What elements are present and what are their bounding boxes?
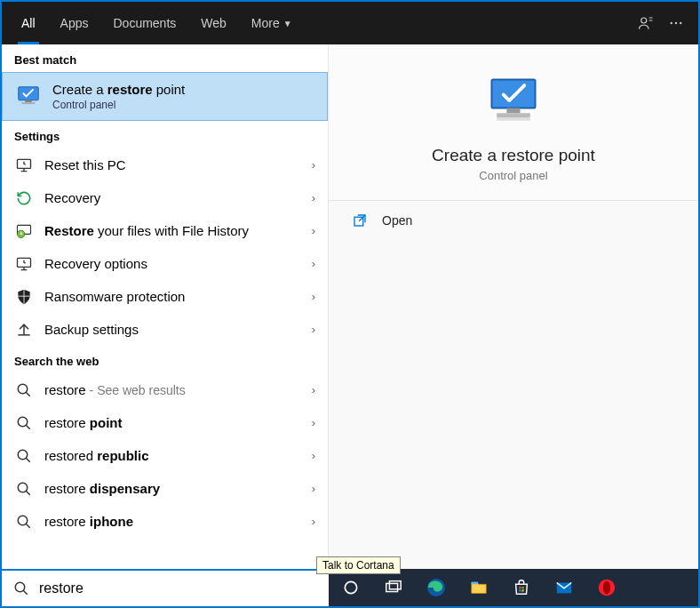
search-icon <box>14 413 34 433</box>
search-icon <box>14 512 34 532</box>
best-match-subtitle: Control panel <box>52 99 185 111</box>
search-input[interactable] <box>39 580 318 596</box>
chevron-right-icon: › <box>312 323 315 336</box>
chevron-right-icon: › <box>312 449 315 462</box>
chevron-right-icon: › <box>312 416 315 429</box>
taskbar-cortana-icon[interactable] <box>330 570 371 605</box>
svg-rect-18 <box>497 113 530 117</box>
svg-rect-17 <box>506 108 520 114</box>
svg-rect-26 <box>472 582 478 585</box>
cortana-tooltip: Talk to Cortana <box>316 556 401 574</box>
taskbar-file-explorer-icon[interactable] <box>458 570 499 605</box>
tab-web[interactable]: Web <box>188 2 239 44</box>
tab-apps[interactable]: Apps <box>48 2 101 44</box>
web-row[interactable]: restore dispensary › <box>2 472 328 505</box>
taskbar-mail-icon[interactable] <box>544 570 585 605</box>
search-icon <box>12 580 30 597</box>
taskbar-edge-icon[interactable] <box>416 570 457 605</box>
svg-point-12 <box>18 417 28 427</box>
settings-row-recovery-options[interactable]: Recovery options › <box>2 247 328 280</box>
svg-point-3 <box>680 22 681 24</box>
action-open-label: Open <box>382 213 412 228</box>
section-search-web: Search the web <box>2 346 328 373</box>
settings-row-file-history[interactable]: Restore your files with File History › <box>2 214 328 247</box>
ellipsis-icon[interactable] <box>661 8 691 38</box>
shield-icon <box>14 287 34 307</box>
svg-rect-30 <box>521 589 523 591</box>
tab-apps-label: Apps <box>60 16 89 30</box>
chevron-right-icon: › <box>312 515 315 528</box>
settings-row-backup[interactable]: Backup settings › <box>2 313 328 346</box>
chevron-right-icon: › <box>312 257 315 270</box>
web-row-label: restore dispensary <box>44 481 312 496</box>
svg-point-22 <box>345 581 356 593</box>
action-open[interactable]: Open <box>329 201 698 240</box>
svg-rect-29 <box>519 589 521 591</box>
web-row[interactable]: restored republic › <box>2 439 328 472</box>
svg-rect-16 <box>491 79 535 108</box>
chevron-right-icon: › <box>312 383 315 396</box>
web-row[interactable]: restore point › <box>2 406 328 439</box>
tab-web-label: Web <box>201 16 227 30</box>
svg-point-13 <box>18 450 28 460</box>
chevron-right-icon: › <box>312 224 315 237</box>
search-icon <box>14 479 34 499</box>
svg-rect-23 <box>386 583 398 591</box>
preview-title: Create a restore point <box>432 146 595 165</box>
best-match-result[interactable]: Create a restore point Control panel <box>2 72 328 121</box>
section-best-match: Best match <box>2 44 328 72</box>
tab-documents[interactable]: Documents <box>100 2 188 44</box>
tab-all[interactable]: All <box>9 2 48 44</box>
settings-row-label: Backup settings <box>44 322 312 337</box>
svg-point-21 <box>15 582 25 592</box>
web-row-label: restore point <box>44 415 312 430</box>
preview-subtitle: Control panel <box>479 169 547 182</box>
svg-rect-27 <box>519 587 521 588</box>
settings-row-reset-pc[interactable]: Reset this PC › <box>2 148 328 181</box>
open-icon <box>350 211 370 230</box>
preview-hero: Create a restore point Control panel <box>329 44 698 201</box>
svg-rect-24 <box>389 581 401 589</box>
svg-point-11 <box>18 384 28 394</box>
taskbar-store-icon[interactable] <box>501 570 542 605</box>
settings-row-label: Ransomware protection <box>44 289 312 304</box>
recovery-options-icon <box>14 254 34 274</box>
settings-row-label: Reset this PC <box>44 157 312 172</box>
svg-point-2 <box>675 22 677 24</box>
best-match-title: Create a restore point <box>52 82 185 97</box>
svg-rect-6 <box>22 102 36 104</box>
settings-row-recovery[interactable]: Recovery › <box>2 181 328 214</box>
svg-point-33 <box>603 581 610 595</box>
web-row[interactable]: restore iphone › <box>2 505 328 538</box>
settings-row-ransomware[interactable]: Ransomware protection › <box>2 280 328 313</box>
chevron-right-icon: › <box>312 158 315 172</box>
web-row-label: restore - See web results <box>44 382 312 397</box>
backup-icon <box>14 320 34 340</box>
search-icon <box>14 446 34 466</box>
chevron-down-icon: ▼ <box>283 19 292 28</box>
taskbar-taskview-icon[interactable] <box>373 570 414 605</box>
web-row-label: restored republic <box>44 448 312 463</box>
file-history-icon <box>14 221 34 241</box>
taskbar <box>329 569 698 606</box>
chevron-right-icon: › <box>312 290 315 303</box>
search-icon <box>14 380 34 400</box>
svg-point-1 <box>671 22 672 24</box>
search-bar[interactable] <box>2 569 329 606</box>
web-row[interactable]: restore - See web results › <box>2 373 328 406</box>
preview-pane: Create a restore point Control panel Ope… <box>329 44 698 569</box>
tab-all-label: All <box>21 16 36 30</box>
web-row-label: restore iphone <box>44 514 312 529</box>
monitor-check-icon <box>483 71 544 132</box>
search-scope-tabs: All Apps Documents Web More▼ <box>2 2 698 44</box>
svg-rect-5 <box>25 100 32 102</box>
recovery-icon <box>14 188 34 208</box>
monitor-check-icon <box>15 84 42 110</box>
settings-row-label: Recovery options <box>44 256 312 271</box>
tab-more-label: More <box>251 16 280 30</box>
tab-more[interactable]: More▼ <box>239 2 305 44</box>
taskbar-opera-icon[interactable] <box>586 570 627 605</box>
feedback-icon[interactable] <box>631 8 661 38</box>
settings-row-label: Recovery <box>44 190 312 205</box>
section-settings: Settings <box>2 121 328 148</box>
